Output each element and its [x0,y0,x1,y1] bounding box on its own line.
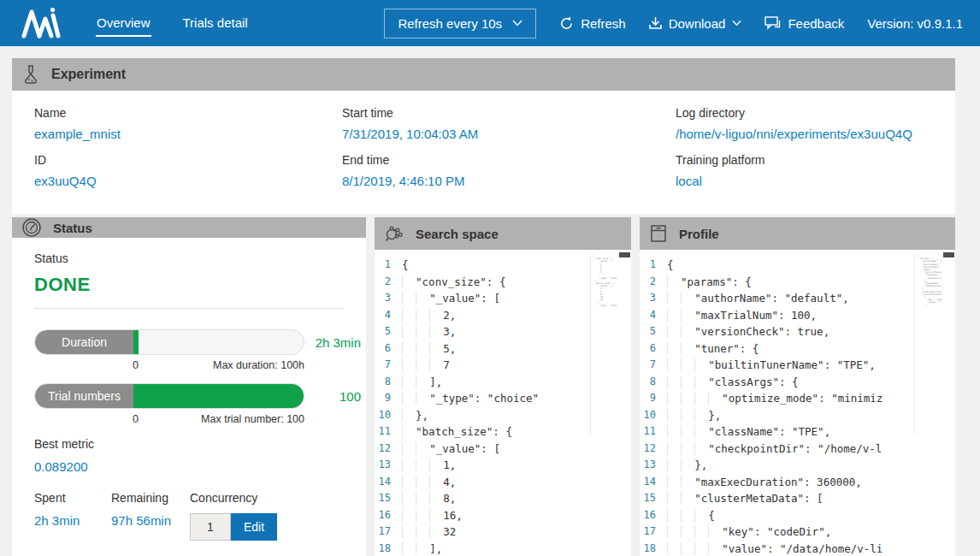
search-space-editor[interactable]: 1 { 2 "conv_size": { 3 "_value": [ 4 2, … [375,250,631,556]
trials-bar-fill [133,384,304,408]
nav-actions: Refresh every 10s Refresh [384,9,963,38]
code-text: 2, [402,307,456,324]
trials-bar-label: Trial numbers [35,384,133,408]
spent-value: 2h 3min [34,513,111,528]
code-line: 3 "authorName": "default", [640,290,955,307]
line-number: 10 [375,407,402,424]
download-icon [649,16,662,30]
refresh-interval-label: Refresh every 10s [398,16,502,31]
experiment-field: Log directory /home/v-liguo/nni/experime… [676,104,933,150]
code-text: 5, [402,340,456,358]
code-line: 12 "_value": [ [375,441,631,458]
code-text: 3, [402,323,456,340]
refresh-button[interactable]: Refresh [559,16,626,31]
experiment-field: Training platform local [676,151,933,197]
code-text: "value": "/data/home/v-li [667,541,883,556]
code-text: 7 [402,357,450,374]
archive-box-icon [649,223,668,244]
trials-bar-row: Trial numbers 100 [34,383,363,409]
navbar: Overview Trials detail Refresh every 10s… [0,0,980,46]
duration-bar-label: Duration [35,330,133,354]
code-line: 17 32 [375,523,631,541]
field-value: /home/v-liguo/nni/experiments/ex3uuQ4Q [676,127,933,141]
code-line: 2 "params": { [640,274,955,291]
spent: Spent 2h 3min [34,491,111,541]
editor-scrollbar[interactable] [619,252,630,257]
field-value: 8/1/2019, 4:46:10 PM [342,174,676,188]
line-number: 18 [375,541,402,556]
code-text: { [667,507,715,524]
code-text: "maxTrialNum": 100, [667,307,817,324]
code-text: "_type": "choice" [402,390,539,407]
chevron-down-icon [512,20,522,27]
code-line: 13 1, [375,457,631,474]
page-content: Experiment Name example_mnist Start time… [12,58,955,556]
code-line: 6 "tuner": { [640,340,955,358]
gauge-icon [21,217,42,238]
download-button[interactable]: Download [649,16,742,31]
experiment-field: Name example_mnist [34,104,342,150]
code-text: 8, [402,490,456,507]
line-number: 1 [375,257,402,274]
field-label: ID [34,153,342,167]
experiment-title: Experiment [51,67,126,82]
line-number: 3 [375,290,402,307]
code-text: 32 [402,523,456,541]
code-text: ], [402,374,442,391]
line-number: 7 [375,357,402,374]
tab-overview[interactable]: Overview [96,10,151,37]
line-number: 15 [375,490,402,507]
line-number: 14 [375,474,402,491]
line-number: 5 [640,323,667,340]
line-number: 9 [375,390,402,407]
feedback-label: Feedback [788,16,844,31]
code-line: 15 8, [375,490,631,507]
code-text: "conv_size": { [402,274,505,291]
nav-tabs: Overview Trials detail [96,10,249,37]
code-line: 17 "key": "codeDir", [640,523,955,541]
download-label: Download [669,16,726,31]
code-line: 16 16, [375,507,631,524]
code-text: "key": "codeDir", [667,523,831,541]
tab-trials-detail[interactable]: Trials detail [182,10,249,37]
concurrency-input[interactable] [190,513,231,541]
editor-minimap[interactable]: { "conv_size": { "_value": [ 2, 3, 5, 7 … [590,255,617,435]
experiment-section: Experiment Name example_mnist Start time… [12,58,955,214]
divider [34,308,344,309]
line-number: 11 [375,423,402,441]
line-number: 15 [640,490,667,507]
field-label: End time [342,153,676,167]
editor-minimap[interactable]: { "params": { "authorName": "default", "… [914,255,942,435]
status-value: DONE [34,274,363,296]
duration-progressbar: Duration [34,329,304,355]
status-panel: Status Status DONE Duration 2h 3min 0 Ma… [12,217,366,556]
status-panel-header: Status [12,217,366,238]
code-line: 7 "builtinTunerName": "TPE", [640,357,955,374]
line-number: 12 [375,441,402,458]
trials-progressbar: Trial numbers [34,383,304,409]
code-text: "batch_size": { [402,423,512,441]
refresh-icon [559,16,574,31]
code-text: 16, [402,507,463,524]
code-text: "clusterMetaData": [ [667,490,824,507]
concurrency: Concurrency Edit [190,491,363,541]
code-text: "builtinTunerName": "TPE", [667,357,876,374]
experiment-field: Start time 7/31/2019, 10:04:03 AM [342,104,676,150]
remaining: Remaining 97h 56min [111,491,190,541]
trials-value: 100 [304,389,363,404]
line-number: 9 [640,390,667,407]
feedback-button[interactable]: Feedback [765,16,844,31]
code-text: "optimize_mode": "minimiz [667,390,883,407]
code-line: 15 "clusterMetaData": [ [640,490,955,507]
line-number: 4 [375,307,402,324]
refresh-interval-dropdown[interactable]: Refresh every 10s [384,9,536,38]
search-space-header: Search space [375,217,631,250]
editor-scrollbar[interactable] [943,252,954,257]
best-metric-value: 0.089200 [34,459,363,474]
code-text: "_value": [ [402,441,500,458]
line-number: 14 [640,474,667,491]
chevron-down-icon [732,20,741,27]
line-number: 2 [375,274,402,291]
edit-button[interactable]: Edit [231,513,277,541]
profile-editor[interactable]: 1 { 2 "params": { 3 "authorName": "defau… [640,250,955,556]
